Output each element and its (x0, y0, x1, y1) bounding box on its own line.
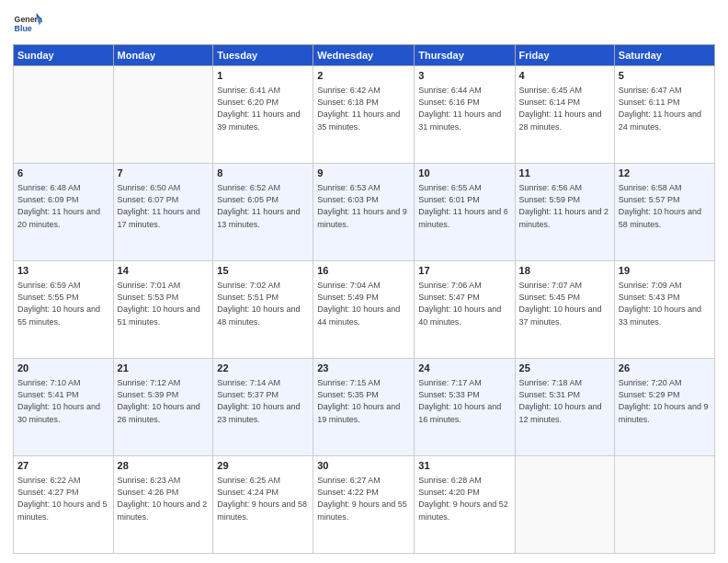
day-info: Sunrise: 6:42 AM Sunset: 6:18 PM Dayligh… (317, 85, 410, 132)
day-number: 30 (317, 459, 410, 473)
day-header-wednesday: Wednesday (313, 45, 415, 66)
logo: General Blue (13, 9, 42, 39)
day-number: 12 (619, 167, 711, 180)
day-number: 19 (619, 264, 711, 278)
day-number: 26 (619, 362, 711, 375)
day-info: Sunrise: 7:10 AM Sunset: 5:41 PM Dayligh… (17, 377, 109, 425)
day-info: Sunrise: 6:41 AM Sunset: 6:20 PM Dayligh… (217, 85, 309, 132)
day-info: Sunrise: 6:22 AM Sunset: 4:27 PM Dayligh… (17, 475, 109, 523)
day-number: 5 (619, 69, 711, 83)
day-number: 22 (217, 362, 309, 375)
day-number: 10 (418, 167, 510, 180)
svg-text:Blue: Blue (15, 24, 32, 33)
day-header-tuesday: Tuesday (213, 45, 313, 66)
day-number: 31 (418, 459, 510, 473)
calendar-cell: 3Sunrise: 6:44 AM Sunset: 6:16 PM Daylig… (415, 66, 515, 164)
day-number: 21 (118, 362, 210, 375)
calendar-cell: 8Sunrise: 6:52 AM Sunset: 6:05 PM Daylig… (213, 164, 313, 261)
calendar-cell: 20Sunrise: 7:10 AM Sunset: 5:41 PM Dayli… (14, 359, 114, 456)
day-number: 3 (418, 69, 510, 83)
calendar-cell: 31Sunrise: 6:28 AM Sunset: 4:20 PM Dayli… (415, 456, 515, 554)
day-number: 15 (217, 264, 309, 278)
calendar-cell: 6Sunrise: 6:48 AM Sunset: 6:09 PM Daylig… (14, 164, 114, 261)
calendar-cell: 25Sunrise: 7:18 AM Sunset: 5:31 PM Dayli… (515, 359, 614, 456)
day-info: Sunrise: 6:58 AM Sunset: 5:57 PM Dayligh… (619, 182, 711, 230)
calendar-cell: 27Sunrise: 6:22 AM Sunset: 4:27 PM Dayli… (14, 456, 114, 554)
day-number: 2 (317, 69, 410, 83)
calendar-cell: 21Sunrise: 7:12 AM Sunset: 5:39 PM Dayli… (113, 359, 213, 456)
day-info: Sunrise: 7:15 AM Sunset: 5:35 PM Dayligh… (317, 377, 410, 425)
day-number: 17 (418, 264, 510, 278)
day-info: Sunrise: 6:48 AM Sunset: 6:09 PM Dayligh… (17, 182, 109, 230)
day-number: 8 (217, 167, 309, 180)
day-info: Sunrise: 6:28 AM Sunset: 4:20 PM Dayligh… (418, 475, 510, 523)
calendar-cell: 16Sunrise: 7:04 AM Sunset: 5:49 PM Dayli… (313, 261, 415, 359)
day-header-saturday: Saturday (614, 45, 714, 66)
calendar-cell: 14Sunrise: 7:01 AM Sunset: 5:53 PM Dayli… (113, 261, 213, 359)
calendar-cell: 5Sunrise: 6:47 AM Sunset: 6:11 PM Daylig… (614, 66, 714, 164)
calendar-cell: 13Sunrise: 6:59 AM Sunset: 5:55 PM Dayli… (14, 261, 114, 359)
day-number: 25 (519, 362, 610, 375)
day-number: 4 (519, 69, 610, 83)
calendar-cell (14, 66, 114, 164)
calendar-cell: 11Sunrise: 6:56 AM Sunset: 5:59 PM Dayli… (515, 164, 614, 261)
calendar-cell: 17Sunrise: 7:06 AM Sunset: 5:47 PM Dayli… (415, 261, 515, 359)
day-number: 7 (118, 167, 210, 180)
day-info: Sunrise: 7:18 AM Sunset: 5:31 PM Dayligh… (519, 377, 610, 425)
day-number: 23 (317, 362, 410, 375)
calendar-cell: 28Sunrise: 6:23 AM Sunset: 4:26 PM Dayli… (113, 456, 213, 554)
day-header-thursday: Thursday (415, 45, 515, 66)
day-number: 13 (17, 264, 109, 278)
day-header-sunday: Sunday (14, 45, 114, 66)
calendar-cell: 19Sunrise: 7:09 AM Sunset: 5:43 PM Dayli… (614, 261, 714, 359)
calendar-cell: 22Sunrise: 7:14 AM Sunset: 5:37 PM Dayli… (213, 359, 313, 456)
day-info: Sunrise: 7:04 AM Sunset: 5:49 PM Dayligh… (317, 280, 410, 327)
calendar-cell: 18Sunrise: 7:07 AM Sunset: 5:45 PM Dayli… (515, 261, 614, 359)
calendar-cell (515, 456, 614, 554)
day-info: Sunrise: 6:56 AM Sunset: 5:59 PM Dayligh… (519, 182, 610, 230)
day-number: 18 (519, 264, 610, 278)
calendar-cell (614, 456, 714, 554)
day-number: 11 (519, 167, 610, 180)
day-info: Sunrise: 7:06 AM Sunset: 5:47 PM Dayligh… (418, 280, 510, 327)
day-number: 20 (17, 362, 109, 375)
calendar-cell: 29Sunrise: 6:25 AM Sunset: 4:24 PM Dayli… (213, 456, 313, 554)
calendar-cell: 26Sunrise: 7:20 AM Sunset: 5:29 PM Dayli… (614, 359, 714, 456)
calendar-cell: 15Sunrise: 7:02 AM Sunset: 5:51 PM Dayli… (213, 261, 313, 359)
calendar-cell: 23Sunrise: 7:15 AM Sunset: 5:35 PM Dayli… (313, 359, 415, 456)
calendar: SundayMondayTuesdayWednesdayThursdayFrid… (13, 44, 715, 554)
day-info: Sunrise: 6:25 AM Sunset: 4:24 PM Dayligh… (217, 475, 309, 523)
day-header-friday: Friday (515, 45, 614, 66)
calendar-cell: 24Sunrise: 7:17 AM Sunset: 5:33 PM Dayli… (415, 359, 515, 456)
day-info: Sunrise: 6:23 AM Sunset: 4:26 PM Dayligh… (118, 475, 210, 523)
calendar-cell: 12Sunrise: 6:58 AM Sunset: 5:57 PM Dayli… (614, 164, 714, 261)
day-number: 1 (217, 69, 309, 83)
day-number: 9 (317, 167, 410, 180)
calendar-cell: 4Sunrise: 6:45 AM Sunset: 6:14 PM Daylig… (515, 66, 614, 164)
day-header-monday: Monday (113, 45, 213, 66)
day-number: 24 (418, 362, 510, 375)
calendar-cell: 10Sunrise: 6:55 AM Sunset: 6:01 PM Dayli… (415, 164, 515, 261)
day-info: Sunrise: 7:01 AM Sunset: 5:53 PM Dayligh… (118, 280, 210, 327)
calendar-cell: 2Sunrise: 6:42 AM Sunset: 6:18 PM Daylig… (313, 66, 415, 164)
day-info: Sunrise: 6:50 AM Sunset: 6:07 PM Dayligh… (118, 182, 210, 230)
day-info: Sunrise: 7:12 AM Sunset: 5:39 PM Dayligh… (118, 377, 210, 425)
day-number: 14 (118, 264, 210, 278)
day-info: Sunrise: 7:07 AM Sunset: 5:45 PM Dayligh… (519, 280, 610, 327)
calendar-cell: 7Sunrise: 6:50 AM Sunset: 6:07 PM Daylig… (113, 164, 213, 261)
day-info: Sunrise: 6:59 AM Sunset: 5:55 PM Dayligh… (17, 280, 109, 327)
day-info: Sunrise: 7:14 AM Sunset: 5:37 PM Dayligh… (217, 377, 309, 425)
day-number: 28 (118, 459, 210, 473)
day-info: Sunrise: 6:55 AM Sunset: 6:01 PM Dayligh… (418, 182, 510, 230)
calendar-cell: 9Sunrise: 6:53 AM Sunset: 6:03 PM Daylig… (313, 164, 415, 261)
day-info: Sunrise: 7:20 AM Sunset: 5:29 PM Dayligh… (619, 377, 711, 425)
day-info: Sunrise: 6:52 AM Sunset: 6:05 PM Dayligh… (217, 182, 309, 230)
day-number: 6 (17, 167, 109, 180)
day-info: Sunrise: 6:53 AM Sunset: 6:03 PM Dayligh… (317, 182, 410, 230)
day-number: 27 (17, 459, 109, 473)
day-number: 16 (317, 264, 410, 278)
calendar-cell: 1Sunrise: 6:41 AM Sunset: 6:20 PM Daylig… (213, 66, 313, 164)
day-info: Sunrise: 6:44 AM Sunset: 6:16 PM Dayligh… (418, 85, 510, 132)
calendar-cell (113, 66, 213, 164)
day-info: Sunrise: 6:27 AM Sunset: 4:22 PM Dayligh… (317, 475, 410, 523)
